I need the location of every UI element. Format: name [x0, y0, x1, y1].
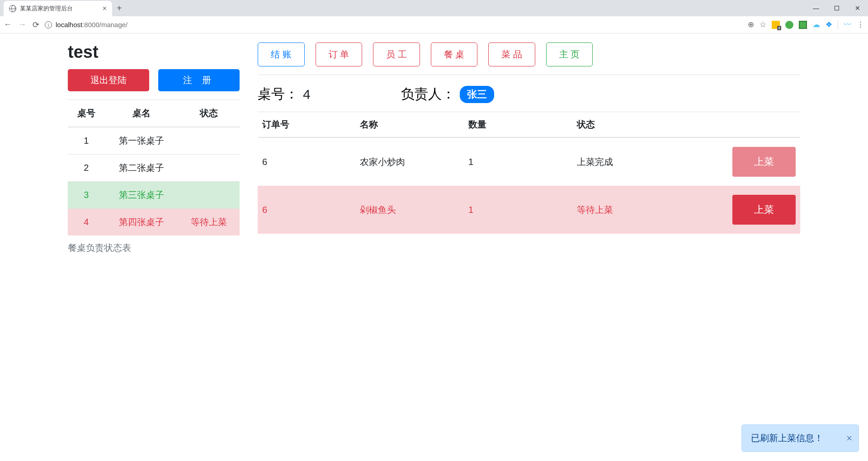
- register-button[interactable]: 注 册: [158, 69, 240, 91]
- tab-title: 某某店家的管理后台: [20, 5, 99, 13]
- col-status: 状态: [572, 112, 692, 138]
- serve-button[interactable]: 上菜: [732, 147, 796, 177]
- maximize-button[interactable]: [826, 1, 847, 15]
- order-row: 6 剁椒鱼头 1 等待上菜 上菜: [258, 186, 800, 234]
- toolbar-divider: [838, 20, 838, 29]
- extension-wave-icon[interactable]: 〰: [844, 20, 851, 29]
- tables-list: 桌号 桌名 状态 1 第一张桌子 2 第二张桌子 3 第三张桌子: [68, 99, 240, 235]
- col-table-status: 状态: [178, 100, 240, 127]
- col-order-no: 订单号: [258, 112, 355, 138]
- table-row[interactable]: 1 第一张桌子: [68, 127, 240, 155]
- globe-icon: [9, 5, 16, 12]
- tab-close-icon[interactable]: ×: [103, 5, 107, 13]
- table-caption: 餐桌负责状态表: [68, 235, 240, 260]
- browser-tab[interactable]: 某某店家的管理后台 ×: [4, 1, 112, 16]
- extension-cloud-icon[interactable]: ☁: [812, 20, 820, 29]
- address-bar[interactable]: i localhost:8000/manage/: [45, 21, 742, 28]
- reload-button[interactable]: ⟳: [33, 20, 39, 30]
- page-title: test: [68, 42, 240, 62]
- tab-home[interactable]: 主 页: [546, 42, 593, 66]
- zoom-icon[interactable]: ⊕: [748, 20, 754, 29]
- extension-green-icon[interactable]: [799, 21, 807, 29]
- minimize-button[interactable]: —: [806, 1, 826, 15]
- detail-header: 桌号： 4 负责人： 张三: [258, 75, 800, 107]
- extension-notes-icon[interactable]: [772, 21, 780, 29]
- extension-bookmark-icon[interactable]: ❖: [826, 20, 832, 29]
- url-path: :8000/manage/: [82, 21, 127, 28]
- forward-button[interactable]: →: [18, 20, 26, 29]
- col-qty: 数量: [464, 112, 572, 138]
- tab-strip: 某某店家的管理后台 × + — ✕: [0, 0, 868, 16]
- serve-button[interactable]: 上菜: [732, 195, 796, 225]
- browser-menu-icon[interactable]: ⋮: [857, 20, 864, 29]
- browser-toolbar: ← → ⟳ i localhost:8000/manage/ ⊕ ☆ ☁ ❖ 〰…: [0, 16, 868, 33]
- bookmark-icon[interactable]: ☆: [760, 20, 766, 29]
- tab-tables[interactable]: 餐 桌: [431, 42, 478, 66]
- tab-checkout[interactable]: 结 账: [258, 42, 305, 66]
- page-content: test 退出登陆 注 册 桌号 桌名 状态 1 第一张桌子 2 第二张桌子: [0, 33, 868, 269]
- logout-button[interactable]: 退出登陆: [68, 69, 149, 91]
- back-button[interactable]: ←: [4, 20, 12, 29]
- window-controls: — ✕: [806, 1, 868, 15]
- tab-dishes[interactable]: 菜 品: [488, 42, 535, 66]
- table-no-label: 桌号：: [258, 85, 298, 103]
- col-table-no: 桌号: [68, 100, 104, 127]
- main-panel: 结 账 订 单 员 工 餐 桌 菜 品 主 页 桌号： 4 负责人： 张三 订单…: [258, 42, 800, 260]
- tab-staff[interactable]: 员 工: [373, 42, 420, 66]
- orders-table: 订单号 名称 数量 状态 6 农家小炒肉 1 上菜完成 上菜 6 剁椒鱼头 1: [258, 112, 800, 234]
- tab-orders[interactable]: 订 单: [316, 42, 363, 66]
- order-row: 6 农家小炒肉 1 上菜完成 上菜: [258, 137, 800, 186]
- col-table-name: 桌名: [104, 100, 178, 127]
- close-window-button[interactable]: ✕: [847, 1, 868, 15]
- browser-chrome: 某某店家的管理后台 × + — ✕ ← → ⟳ i localhost:8000…: [0, 0, 868, 33]
- table-row[interactable]: 3 第三张桌子: [68, 182, 240, 209]
- site-info-icon[interactable]: i: [45, 21, 52, 28]
- new-tab-button[interactable]: +: [117, 3, 122, 14]
- url-host: localhost: [56, 21, 82, 28]
- col-dish-name: 名称: [355, 112, 464, 138]
- owner-badge: 张三: [460, 86, 494, 103]
- owner-label: 负责人：: [401, 85, 455, 103]
- table-row[interactable]: 2 第二张桌子: [68, 155, 240, 182]
- table-no-value: 4: [303, 87, 311, 102]
- nav-tabs: 结 账 订 单 员 工 餐 桌 菜 品 主 页: [258, 42, 800, 75]
- table-row[interactable]: 4 第四张桌子 等待上菜: [68, 209, 240, 236]
- extension-evernote-icon[interactable]: [785, 21, 793, 29]
- sidebar: test 退出登陆 注 册 桌号 桌名 状态 1 第一张桌子 2 第二张桌子: [68, 42, 240, 260]
